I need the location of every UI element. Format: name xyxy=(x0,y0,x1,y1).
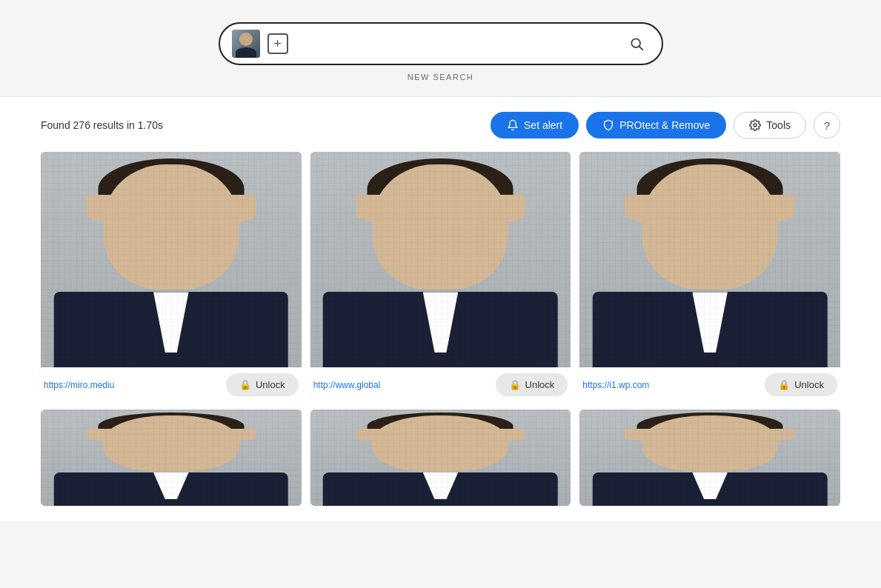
avatar xyxy=(232,30,260,58)
image-card-partial xyxy=(579,410,840,506)
face-image xyxy=(579,152,840,367)
main-content: Found 276 results in 1.70s Set alert PRO… xyxy=(0,97,881,521)
gear-icon xyxy=(749,119,761,131)
toolbar: Found 276 results in 1.70s Set alert PRO… xyxy=(41,97,840,152)
image-grid: https://miro.mediu 🔒 Unlock http://w xyxy=(41,152,840,521)
tools-button[interactable]: Tools xyxy=(734,112,806,138)
card-image-wrapper xyxy=(310,410,571,506)
card-footer: https://i1.wp.com 🔒 Unlock xyxy=(579,367,840,401)
card-image-wrapper xyxy=(41,152,302,367)
protect-remove-button[interactable]: PROtect & Remove xyxy=(586,112,726,138)
unlock-label: Unlock xyxy=(525,379,555,390)
unlock-button[interactable]: 🔒 Unlock xyxy=(496,373,568,396)
card-image-wrapper xyxy=(41,410,302,506)
svg-point-2 xyxy=(754,124,757,127)
help-button[interactable]: ? xyxy=(814,112,840,138)
unlock-label: Unlock xyxy=(794,379,824,390)
shield-icon xyxy=(602,119,614,131)
lock-icon: 🔒 xyxy=(778,379,790,390)
image-card-partial xyxy=(310,410,571,506)
card-url: https://miro.mediu xyxy=(44,380,114,390)
lock-icon: 🔒 xyxy=(239,379,251,390)
results-count: Found 276 results in 1.70s xyxy=(41,119,163,131)
lock-icon: 🔒 xyxy=(509,379,521,390)
face-image xyxy=(310,152,571,367)
image-card-partial xyxy=(41,410,302,506)
add-photo-icon[interactable]: + xyxy=(267,33,288,54)
set-alert-label: Set alert xyxy=(524,119,562,131)
search-input[interactable] xyxy=(296,37,616,50)
tools-label: Tools xyxy=(766,119,791,131)
card-image-wrapper xyxy=(310,152,571,367)
unlock-button[interactable]: 🔒 Unlock xyxy=(226,373,299,396)
protect-label: PROtect & Remove xyxy=(619,119,710,131)
svg-line-1 xyxy=(639,47,642,50)
search-area: + NEW SEARCH xyxy=(0,0,881,97)
image-card: https://i1.wp.com 🔒 Unlock xyxy=(579,152,840,401)
card-image-wrapper xyxy=(579,152,840,367)
card-footer: http://www.global 🔒 Unlock xyxy=(310,367,571,401)
card-url: http://www.global xyxy=(313,380,381,390)
card-url: https://i1.wp.com xyxy=(582,380,649,390)
image-card: http://www.global 🔒 Unlock xyxy=(310,152,571,401)
set-alert-button[interactable]: Set alert xyxy=(491,112,579,138)
unlock-label: Unlock xyxy=(256,379,285,390)
face-image xyxy=(41,410,302,506)
search-button[interactable] xyxy=(623,30,650,57)
help-label: ? xyxy=(824,119,830,132)
card-footer: https://miro.mediu 🔒 Unlock xyxy=(41,367,302,401)
unlock-button[interactable]: 🔒 Unlock xyxy=(765,373,837,396)
face-image xyxy=(41,152,302,367)
image-card: https://miro.mediu 🔒 Unlock xyxy=(41,152,302,401)
search-bar: + xyxy=(219,22,663,65)
bell-icon xyxy=(507,119,519,131)
card-image-wrapper xyxy=(579,410,840,506)
toolbar-actions: Set alert PROtect & Remove Tools ? xyxy=(491,112,840,138)
face-image xyxy=(310,410,571,506)
face-image xyxy=(579,410,840,506)
new-search-link[interactable]: NEW SEARCH xyxy=(408,73,474,81)
